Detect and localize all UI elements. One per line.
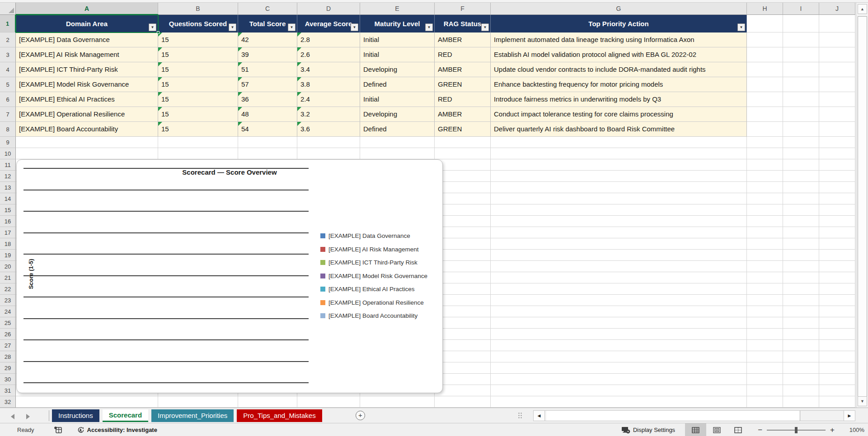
column-header-J[interactable]: J — [819, 3, 855, 15]
table-cell[interactable]: 3.2 — [297, 107, 360, 122]
table-cell[interactable]: 15 — [158, 92, 238, 107]
table-cell[interactable]: Defined — [360, 77, 435, 92]
macro-record-icon[interactable] — [54, 427, 62, 433]
legend-item[interactable]: [EXAMPLE] Model Risk Governance — [320, 269, 427, 283]
filter-button[interactable]: ▼ — [229, 23, 236, 31]
table-cell[interactable]: 51 — [238, 62, 297, 77]
table-cell[interactable]: 3.6 — [297, 122, 360, 137]
page-layout-view-button[interactable] — [706, 423, 727, 436]
tab-area-resize-handle[interactable] — [518, 412, 522, 419]
table-cell[interactable]: 2.4 — [297, 92, 360, 107]
table-header-cell[interactable]: Total Score▼ — [238, 15, 297, 32]
row-header-30[interactable]: 30 — [0, 374, 16, 385]
table-cell[interactable]: RED — [435, 47, 491, 62]
table-cell[interactable]: Update cloud vendor contracts to include… — [491, 62, 747, 77]
tab-scroll-left-icon[interactable] — [11, 414, 14, 419]
scroll-down-button[interactable]: ▼ — [858, 396, 867, 406]
table-cell[interactable]: GREEN — [435, 122, 491, 137]
table-header-cell[interactable]: RAG Status▼ — [435, 15, 491, 32]
filter-button[interactable]: ▼ — [351, 23, 358, 31]
table-cell[interactable]: Defined — [360, 122, 435, 137]
vertical-scrollbar[interactable]: ▲ ▼ — [856, 3, 868, 408]
table-cell[interactable]: AMBER — [435, 62, 491, 77]
column-header-A[interactable]: A — [16, 3, 158, 15]
table-cell[interactable]: 57 — [238, 77, 297, 92]
select-all-corner[interactable] — [0, 3, 16, 15]
scroll-right-button[interactable]: ▶ — [844, 411, 855, 421]
table-cell[interactable]: Initial — [360, 92, 435, 107]
column-header-E[interactable]: E — [360, 3, 435, 15]
column-header-C[interactable]: C — [238, 3, 297, 15]
legend-item[interactable]: [EXAMPLE] Board Accountability — [320, 309, 427, 323]
accessibility-status[interactable]: Accessibility: Investigate — [76, 427, 157, 434]
row-header-17[interactable]: 17 — [0, 227, 16, 238]
row-header-27[interactable]: 27 — [0, 340, 16, 351]
horizontal-scrollbar-thumb[interactable] — [546, 411, 800, 421]
zoom-in-button[interactable]: + — [826, 426, 839, 435]
table-cell[interactable]: [EXAMPLE] Operational Resilience — [16, 107, 158, 122]
table-cell[interactable]: RED — [435, 92, 491, 107]
row-header-18[interactable]: 18 — [0, 238, 16, 250]
display-settings-button[interactable]: Display Settings — [621, 426, 675, 434]
sheet-tab-instructions[interactable]: Instructions — [52, 409, 99, 422]
table-cell[interactable]: 15 — [158, 62, 238, 77]
column-header-I[interactable]: I — [783, 3, 819, 15]
table-cell[interactable]: Deliver quarterly AI risk dashboard to B… — [491, 122, 747, 137]
filter-button[interactable]: ▼ — [737, 23, 745, 31]
table-header-cell[interactable]: Top Priority Action▼ — [491, 15, 747, 32]
table-cell[interactable]: Implement automated data lineage trackin… — [491, 32, 747, 47]
row-header-24[interactable]: 24 — [0, 306, 16, 317]
row-header-11[interactable]: 11 — [0, 159, 16, 171]
column-header-G[interactable]: G — [491, 3, 747, 15]
row-header-31[interactable]: 31 — [0, 385, 16, 396]
row-header-15[interactable]: 15 — [0, 204, 16, 216]
column-header-D[interactable]: D — [297, 3, 360, 15]
table-cell[interactable]: 15 — [158, 122, 238, 137]
row-header-14[interactable]: 14 — [0, 193, 16, 204]
table-cell[interactable]: 15 — [158, 107, 238, 122]
column-header-F[interactable]: F — [435, 3, 491, 15]
table-cell[interactable]: 15 — [158, 47, 238, 62]
normal-view-button[interactable] — [685, 423, 706, 436]
table-header-cell[interactable]: Domain Area▼ — [16, 15, 158, 32]
zoom-level-label[interactable]: 100% — [845, 427, 864, 433]
legend-item[interactable]: [EXAMPLE] Ethical AI Practices — [320, 283, 427, 296]
vertical-scrollbar-thumb[interactable] — [858, 16, 867, 398]
zoom-slider[interactable] — [767, 430, 826, 431]
table-cell[interactable]: Developing — [360, 62, 435, 77]
table-cell[interactable]: Initial — [360, 32, 435, 47]
column-header-B[interactable]: B — [158, 3, 238, 15]
column-header-H[interactable]: H — [747, 3, 783, 15]
table-cell[interactable]: Enhance backtesting frequency for motor … — [491, 77, 747, 92]
row-header-10[interactable]: 10 — [0, 148, 16, 159]
row-header-3[interactable]: 3 — [0, 47, 16, 62]
row-header-22[interactable]: 22 — [0, 283, 16, 295]
table-cell[interactable]: [EXAMPLE] Board Accountability — [16, 122, 158, 137]
row-header-5[interactable]: 5 — [0, 77, 16, 92]
table-cell[interactable]: 15 — [158, 77, 238, 92]
row-header-9[interactable]: 9 — [0, 137, 16, 148]
table-cell[interactable]: 48 — [238, 107, 297, 122]
legend-item[interactable]: [EXAMPLE] Operational Resilience — [320, 296, 427, 310]
table-cell[interactable]: [EXAMPLE] AI Risk Management — [16, 47, 158, 62]
filter-button[interactable]: ▼ — [288, 23, 296, 31]
table-cell[interactable]: Initial — [360, 47, 435, 62]
scroll-left-button[interactable]: ◀ — [534, 411, 545, 421]
table-header-cell[interactable]: Questions Scored▼ — [158, 15, 238, 32]
row-header-8[interactable]: 8 — [0, 122, 16, 137]
legend-item[interactable]: [EXAMPLE] Data Governance — [320, 229, 427, 243]
row-header-28[interactable]: 28 — [0, 351, 16, 362]
row-header-7[interactable]: 7 — [0, 107, 16, 122]
row-header-16[interactable]: 16 — [0, 216, 16, 227]
legend-item[interactable]: [EXAMPLE] ICT Third-Party Risk — [320, 256, 427, 269]
table-cell[interactable]: 2.6 — [297, 47, 360, 62]
row-header-25[interactable]: 25 — [0, 317, 16, 329]
table-cell[interactable]: 15 — [158, 32, 238, 47]
legend-item[interactable]: [EXAMPLE] AI Risk Management — [320, 243, 427, 256]
tab-scroll-right-icon[interactable] — [26, 414, 30, 419]
sheet-tab-improvement_priorities[interactable]: Improvement_Priorities — [151, 409, 234, 422]
filter-button[interactable]: ▼ — [425, 23, 433, 31]
filter-button[interactable]: ▼ — [149, 23, 156, 31]
row-header-19[interactable]: 19 — [0, 250, 16, 261]
table-cell[interactable]: 3.4 — [297, 62, 360, 77]
